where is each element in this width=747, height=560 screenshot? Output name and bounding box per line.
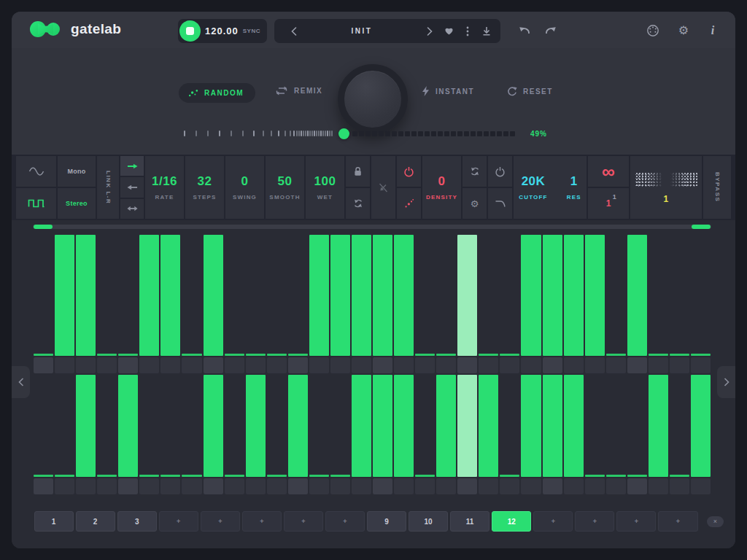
link-lr-toggle[interactable]: LINK L-R: [97, 156, 119, 219]
gate-step[interactable]: [627, 375, 648, 477]
midi-icon[interactable]: [643, 21, 662, 40]
gate-step[interactable]: [372, 375, 393, 477]
step-select-box[interactable]: [649, 478, 668, 494]
direction-forward-button[interactable]: [120, 156, 144, 176]
step-select-box[interactable]: [139, 357, 159, 373]
step-select-box[interactable]: [76, 478, 96, 494]
instant-button[interactable]: INSTANT: [422, 86, 474, 96]
info-icon[interactable]: i: [703, 21, 722, 40]
stop-button[interactable]: [179, 20, 201, 42]
step-select-box[interactable]: [225, 357, 244, 373]
step-select-box[interactable]: [288, 478, 308, 494]
gate-step[interactable]: [117, 375, 139, 477]
gate-step[interactable]: [287, 375, 309, 477]
step-select-box[interactable]: [436, 357, 456, 373]
step-select-box[interactable]: [415, 357, 435, 373]
random-amount-knob[interactable]: [338, 64, 408, 134]
gate-step[interactable]: [414, 375, 436, 477]
random-button[interactable]: RANDOM: [179, 83, 255, 103]
gate-step[interactable]: [160, 235, 181, 356]
step-select-box[interactable]: [352, 357, 371, 373]
step-select-box[interactable]: [564, 478, 584, 494]
step-select-box[interactable]: [543, 478, 562, 494]
gate-step[interactable]: [478, 375, 499, 477]
rate-control[interactable]: 1/16 RATE: [145, 156, 184, 219]
gate-step[interactable]: [436, 235, 457, 356]
gate-step[interactable]: [75, 375, 96, 477]
gate-step[interactable]: [54, 375, 75, 477]
gate-step[interactable]: [499, 375, 520, 477]
gate-step[interactable]: [266, 235, 287, 356]
gate-step[interactable]: [224, 375, 245, 477]
preset-menu-kebab-icon[interactable]: [458, 22, 477, 41]
gate-step[interactable]: [203, 375, 224, 477]
add-pattern-button[interactable]: +: [658, 511, 697, 532]
steps-control[interactable]: 32 STEPS: [185, 156, 224, 219]
step-select-box[interactable]: [394, 357, 414, 373]
gate-step[interactable]: [393, 375, 414, 477]
save-download-icon[interactable]: [477, 22, 496, 41]
add-pattern-button[interactable]: +: [242, 511, 282, 532]
gate-step[interactable]: [542, 375, 563, 477]
add-pattern-button[interactable]: +: [159, 511, 198, 532]
step-select-box[interactable]: [204, 478, 223, 494]
step-select-box[interactable]: [500, 478, 519, 494]
gate-step[interactable]: [309, 375, 330, 477]
step-select-box[interactable]: [97, 357, 117, 373]
gate-step[interactable]: [309, 235, 330, 356]
loop-end-handle[interactable]: [692, 225, 711, 229]
swing-control[interactable]: 0 SWING: [225, 156, 264, 219]
undo-button[interactable]: [515, 21, 534, 40]
step-select-box[interactable]: [606, 357, 626, 373]
step-select-box[interactable]: [521, 478, 541, 494]
scroll-left-tab[interactable]: [12, 366, 30, 398]
filter-settings-button[interactable]: ⚙: [462, 188, 487, 219]
gate-step[interactable]: [584, 375, 605, 477]
gate-step[interactable]: [584, 235, 605, 356]
step-select-box[interactable]: [627, 357, 647, 373]
gate-step[interactable]: [224, 235, 245, 356]
step-select-box[interactable]: [585, 478, 605, 494]
step-select-box[interactable]: [373, 478, 392, 494]
add-pattern-button[interactable]: +: [533, 511, 573, 532]
gate-step[interactable]: [393, 235, 414, 356]
square-shape-button[interactable]: [16, 188, 56, 219]
density-control[interactable]: 0 DENSITY: [422, 156, 461, 219]
step-select-box[interactable]: [330, 357, 350, 373]
pattern-slot-button[interactable]: 11: [450, 511, 489, 532]
step-select-box[interactable]: [267, 357, 287, 373]
step-select-box[interactable]: [204, 357, 223, 373]
gate-step[interactable]: [457, 235, 478, 356]
gate-step[interactable]: [414, 235, 436, 356]
res-control[interactable]: 1 RES: [567, 175, 581, 201]
gate-step[interactable]: [605, 235, 627, 356]
sine-shape-button[interactable]: [16, 156, 56, 187]
noise-section[interactable]: 1: [630, 156, 702, 219]
preset-next-button[interactable]: [420, 22, 439, 41]
remix-button[interactable]: REMIX: [275, 86, 322, 96]
step-select-box[interactable]: [670, 357, 689, 373]
add-pattern-button[interactable]: +: [616, 511, 656, 532]
pattern-slot-button[interactable]: 2: [76, 511, 115, 532]
gate-step[interactable]: [605, 375, 627, 477]
settings-gear-icon[interactable]: ⚙: [674, 21, 693, 40]
bpm-value[interactable]: 120.00: [201, 26, 243, 36]
add-pattern-button[interactable]: +: [325, 511, 365, 532]
step-select-box[interactable]: [394, 478, 414, 494]
gate-step[interactable]: [139, 375, 160, 477]
filter-power-button[interactable]: [488, 156, 512, 187]
add-pattern-button[interactable]: +: [575, 511, 614, 532]
slider-handle[interactable]: [338, 128, 349, 139]
gate-step[interactable]: [160, 375, 181, 477]
add-pattern-button[interactable]: +: [284, 511, 323, 532]
wet-control[interactable]: 100 WET: [306, 156, 344, 219]
step-select-box[interactable]: [457, 478, 477, 494]
gate-step[interactable]: [478, 235, 499, 356]
step-select-box[interactable]: [97, 478, 117, 494]
step-select-box[interactable]: [670, 478, 689, 494]
loop-count-control[interactable]: 11: [588, 188, 629, 219]
step-select-box[interactable]: [225, 478, 244, 494]
gate-step[interactable]: [75, 235, 96, 356]
step-select-box[interactable]: [521, 357, 541, 373]
gate-step[interactable]: [96, 235, 117, 356]
